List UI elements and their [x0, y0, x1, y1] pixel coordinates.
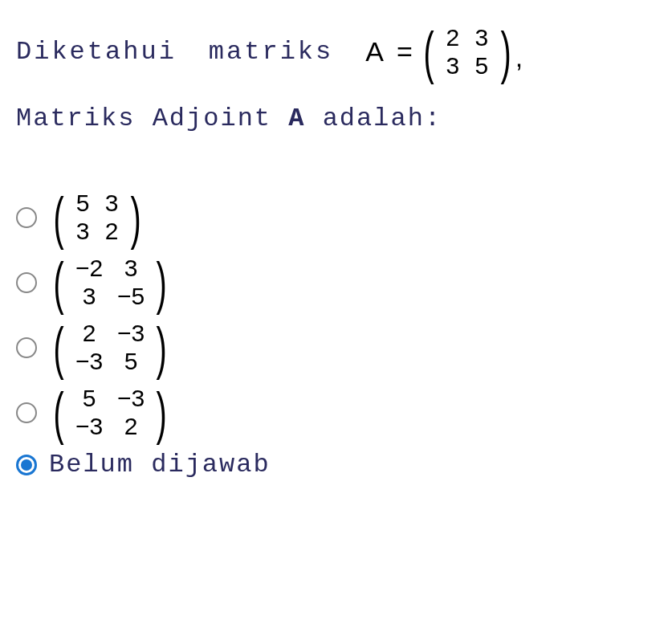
radio-button-selected[interactable] [16, 455, 37, 475]
matrix-cell: 2 [438, 24, 467, 52]
line2-pre: Matriks Adjoint [16, 104, 288, 133]
radio-button[interactable] [16, 272, 37, 293]
comma: , [515, 42, 523, 80]
option-matrix: ( −2 3 3 −5 ) [49, 255, 171, 310]
right-paren-icon: ) [500, 31, 511, 74]
question-line: Diketahui matriks A = ( 2 3 3 5 ) , [16, 24, 656, 80]
question-line-2: Matriks Adjoint A adalah: [16, 104, 656, 133]
matrix-cell: −3 [110, 320, 152, 348]
matrix-cell: 3 [467, 24, 496, 52]
radio-button[interactable] [16, 207, 37, 228]
matrix-cell: 5 [110, 348, 152, 376]
matrix-cell: 2 [97, 218, 126, 246]
option-1[interactable]: ( 5 3 3 2 ) [16, 190, 656, 245]
matrix-cell: 3 [68, 218, 97, 246]
right-paren-icon: ) [130, 196, 141, 239]
matrix-cell: −3 [68, 413, 110, 441]
right-paren-icon: ) [156, 391, 166, 434]
option-4[interactable]: ( 5 −3 −3 2 ) [16, 385, 656, 440]
matrix-cell: −3 [110, 385, 152, 413]
right-paren-icon: ) [156, 261, 166, 304]
matrix-cell: 2 [68, 320, 110, 348]
left-paren-icon: ( [53, 196, 63, 239]
matrix-cell: 5 [68, 190, 97, 218]
matrix-cell: −3 [68, 348, 110, 376]
question-text-1: Diketahui [16, 37, 177, 67]
not-answered-label: Belum dijawab [49, 450, 271, 479]
left-paren-icon: ( [53, 326, 63, 369]
matrix-cell: 3 [110, 255, 152, 283]
radio-button[interactable] [16, 402, 37, 423]
option-matrix: ( 2 −3 −3 5 ) [49, 320, 171, 375]
line2-bold: A [288, 104, 305, 133]
variable-a: A [365, 36, 384, 67]
matrix-cell: 3 [97, 190, 126, 218]
given-matrix: ( 2 3 3 5 ) [419, 24, 515, 80]
left-paren-icon: ( [423, 31, 434, 74]
options-group: ( 5 3 3 2 ) ( −2 3 [16, 190, 656, 479]
right-paren-icon: ) [156, 326, 166, 369]
left-paren-icon: ( [53, 391, 63, 434]
option-not-answered[interactable]: Belum dijawab [16, 450, 656, 479]
question-text-2: matriks [209, 37, 333, 67]
matrix-cell: 2 [110, 413, 152, 441]
matrix-cell: 3 [438, 52, 467, 80]
option-matrix: ( 5 −3 −3 2 ) [49, 385, 171, 440]
matrix-cell: 5 [467, 52, 496, 80]
option-matrix: ( 5 3 3 2 ) [49, 190, 145, 245]
matrix-cell: 3 [68, 283, 110, 311]
matrix-cell: 5 [68, 385, 110, 413]
option-3[interactable]: ( 2 −3 −3 5 ) [16, 320, 656, 375]
matrix-equation: A = ( 2 3 3 5 ) , [365, 24, 523, 80]
matrix-cell: −5 [110, 283, 152, 311]
matrix-cell: −2 [68, 255, 110, 283]
left-paren-icon: ( [53, 261, 63, 304]
radio-button[interactable] [16, 337, 37, 358]
line2-post: adalah: [305, 104, 442, 133]
option-2[interactable]: ( −2 3 3 −5 ) [16, 255, 656, 310]
equals-sign: = [397, 36, 413, 67]
